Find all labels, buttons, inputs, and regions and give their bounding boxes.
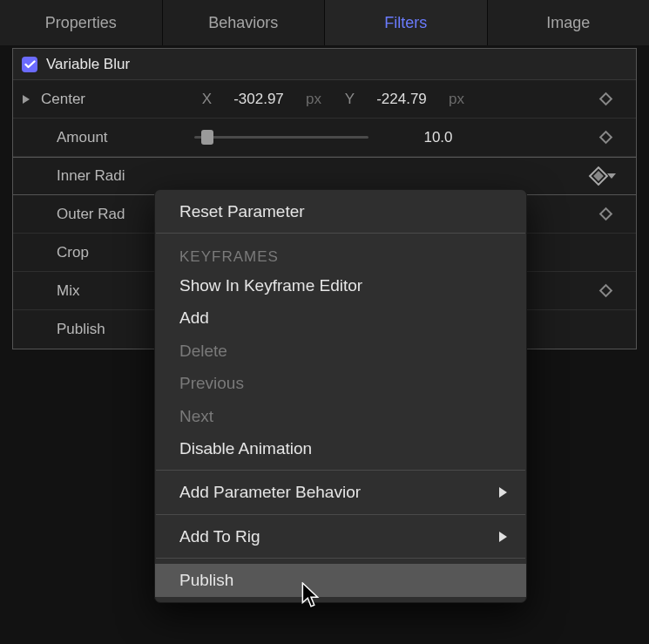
filter-header[interactable]: Variable Blur (13, 49, 636, 80)
tab-image[interactable]: Image (488, 0, 650, 45)
center-x-unit: px (306, 91, 327, 108)
animation-context-menu: Reset Parameter KEYFRAMES Show In Keyfra… (154, 189, 527, 603)
tab-filters[interactable]: Filters (325, 0, 488, 45)
menu-disable-animation[interactable]: Disable Animation (155, 432, 526, 464)
submenu-arrow-icon (499, 532, 507, 542)
filter-enable-checkbox[interactable] (22, 57, 37, 72)
menu-delete-keyframe: Delete (155, 335, 526, 367)
keyframe-add-icon[interactable] (593, 171, 603, 180)
animation-menu-chevron-icon[interactable] (607, 173, 616, 179)
menu-separator (156, 558, 525, 559)
param-label-center: Center (29, 91, 191, 108)
param-label-amount: Amount (29, 129, 191, 146)
inspector-tabs: Properties Behaviors Filters Image (0, 0, 649, 45)
param-label-inner-radius: Inner Radius (29, 167, 125, 185)
menu-next-keyframe: Next (155, 400, 526, 432)
amount-slider[interactable] (194, 136, 368, 139)
menu-separator (156, 514, 525, 515)
center-y-label: Y (334, 91, 355, 108)
keyframe-icon[interactable] (598, 207, 612, 221)
menu-separator (156, 470, 525, 471)
menu-publish[interactable]: Publish (155, 564, 526, 596)
menu-add-keyframe[interactable]: Add (155, 302, 526, 334)
keyframe-icon[interactable] (598, 131, 612, 145)
tab-properties[interactable]: Properties (0, 0, 163, 45)
menu-reset-parameter[interactable]: Reset Parameter (155, 195, 526, 227)
param-label-outer-radius: Outer Radius (29, 206, 125, 223)
row-center: Center X -302.97 px Y -224.79 px (13, 80, 636, 119)
amount-value[interactable]: 10.0 (395, 129, 482, 146)
filter-title: Variable Blur (46, 56, 130, 73)
center-y-value[interactable]: -224.79 (362, 91, 442, 108)
menu-previous-keyframe: Previous (155, 367, 526, 399)
menu-keyframes-heading: KEYFRAMES (155, 239, 526, 268)
center-x-value[interactable]: -302.97 (219, 91, 299, 108)
tab-behaviors[interactable]: Behaviors (163, 0, 326, 45)
param-label-publish-osc: Publish OSC (29, 321, 107, 338)
row-amount: Amount 10.0 (13, 119, 636, 157)
menu-label: Add To Rig (179, 524, 260, 549)
menu-add-parameter-behavior[interactable]: Add Parameter Behavior (155, 476, 526, 508)
menu-label: Add Parameter Behavior (179, 479, 361, 505)
keyframe-icon[interactable] (598, 284, 612, 298)
menu-add-to-rig[interactable]: Add To Rig (155, 520, 526, 552)
submenu-arrow-icon (499, 487, 507, 498)
menu-show-keyframe-editor[interactable]: Show In Keyframe Editor (155, 269, 526, 302)
center-x-label: X (191, 91, 212, 108)
keyframe-icon[interactable] (598, 92, 612, 106)
menu-separator (156, 233, 525, 234)
center-y-unit: px (449, 91, 470, 108)
